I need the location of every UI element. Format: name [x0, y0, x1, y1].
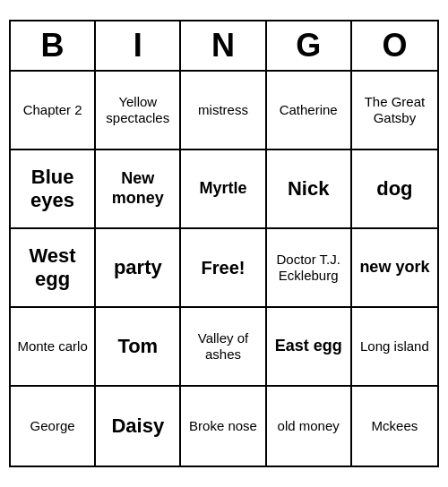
bingo-cell: Catherine [267, 72, 352, 150]
bingo-cell: Tom [96, 308, 181, 387]
bingo-card: BINGO Chapter 2Yellow spectaclesmistress… [9, 20, 439, 467]
bingo-cell: mistress [181, 72, 266, 150]
bingo-grid: Chapter 2Yellow spectaclesmistressCather… [11, 72, 437, 466]
bingo-cell: new york [352, 229, 437, 308]
bingo-cell: Mckees [352, 387, 437, 466]
bingo-cell: old money [267, 387, 352, 466]
bingo-cell: New money [96, 150, 181, 229]
bingo-cell: party [96, 229, 181, 308]
bingo-header: BINGO [11, 21, 437, 72]
bingo-cell: East egg [267, 308, 352, 387]
header-letter: I [96, 21, 181, 70]
bingo-cell: Free! [181, 229, 266, 308]
header-letter: O [352, 21, 437, 70]
bingo-cell: Yellow spectacles [96, 72, 181, 150]
bingo-cell: dog [352, 150, 437, 229]
header-letter: G [267, 21, 352, 70]
bingo-cell: Myrtle [181, 150, 266, 229]
bingo-cell: Long island [352, 308, 437, 387]
bingo-cell: Broke nose [181, 387, 266, 466]
bingo-cell: Valley of ashes [181, 308, 266, 387]
bingo-cell: Daisy [96, 387, 181, 466]
bingo-cell: Chapter 2 [11, 72, 96, 150]
bingo-cell: Nick [267, 150, 352, 229]
header-letter: N [181, 21, 266, 70]
header-letter: B [11, 21, 96, 70]
bingo-cell: Blue eyes [11, 150, 96, 229]
bingo-cell: Doctor T.J. Eckleburg [267, 229, 352, 308]
bingo-cell: George [11, 387, 96, 466]
bingo-cell: West egg [11, 229, 96, 308]
bingo-cell: Monte carlo [11, 308, 96, 387]
bingo-cell: The Great Gatsby [352, 72, 437, 150]
